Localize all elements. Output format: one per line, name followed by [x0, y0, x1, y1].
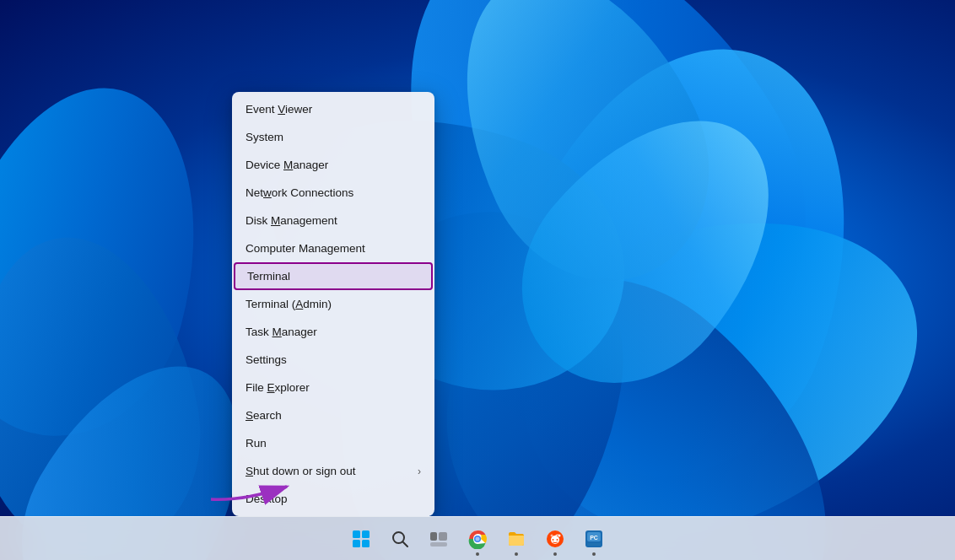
- windows-start-icon: [351, 529, 371, 549]
- app-running-indicator: [553, 552, 557, 556]
- menu-item-settings[interactable]: Settings: [232, 346, 434, 374]
- svg-text:PC: PC: [590, 534, 598, 540]
- desktop: Event Viewer System Device Manager Netwo…: [0, 0, 955, 560]
- app-running-indicator: [515, 552, 518, 556]
- chrome-button[interactable]: [459, 520, 496, 557]
- menu-item-terminal-admin[interactable]: Terminal (Admin): [232, 290, 434, 318]
- menu-item-device-manager[interactable]: Device Manager: [232, 151, 434, 179]
- reddit-icon: [545, 529, 565, 549]
- file-explorer-button[interactable]: [498, 520, 535, 557]
- wallpaper: [0, 0, 955, 560]
- task-view-button[interactable]: [420, 520, 457, 557]
- svg-rect-22: [587, 543, 601, 546]
- menu-item-terminal[interactable]: Terminal: [234, 262, 433, 290]
- menu-item-disk-management[interactable]: Disk Management: [232, 207, 434, 234]
- menu-item-search[interactable]: Search: [232, 401, 434, 429]
- submenu-arrow-icon: ›: [418, 466, 421, 477]
- menu-item-run[interactable]: Run: [232, 429, 434, 457]
- svg-line-6: [403, 541, 408, 547]
- taskbar: PC: [0, 516, 955, 560]
- taskbar-icon-group: PC: [343, 520, 612, 557]
- svg-rect-7: [430, 532, 437, 541]
- svg-rect-2: [362, 530, 370, 538]
- svg-point-16: [553, 539, 554, 541]
- svg-rect-8: [439, 532, 447, 541]
- reddit-button[interactable]: [537, 520, 574, 557]
- menu-item-event-viewer[interactable]: Event Viewer: [232, 95, 434, 123]
- app-running-indicator: [592, 552, 596, 556]
- menu-item-system[interactable]: System: [232, 123, 434, 151]
- search-icon: [390, 529, 410, 549]
- svg-rect-4: [362, 540, 370, 547]
- chrome-icon: [467, 529, 488, 549]
- svg-rect-1: [353, 530, 360, 538]
- start-button[interactable]: [343, 520, 380, 557]
- app-button[interactable]: PC: [575, 520, 612, 557]
- search-button[interactable]: [381, 520, 418, 557]
- menu-item-file-explorer[interactable]: File Explorer: [232, 374, 434, 401]
- annotation-arrow-icon: [202, 466, 304, 508]
- menu-item-computer-management[interactable]: Computer Management: [232, 234, 434, 262]
- svg-point-13: [476, 536, 480, 541]
- app-icon: PC: [584, 529, 604, 549]
- svg-point-17: [557, 539, 558, 541]
- svg-rect-3: [353, 540, 360, 547]
- app-running-indicator: [476, 552, 479, 556]
- arrow-annotation: [202, 466, 304, 508]
- context-menu: Event Viewer System Device Manager Netwo…: [232, 92, 434, 516]
- file-explorer-icon: [506, 529, 526, 549]
- menu-item-network-connections[interactable]: Network Connections: [232, 179, 434, 207]
- svg-point-19: [551, 534, 553, 536]
- menu-item-task-manager[interactable]: Task Manager: [232, 318, 434, 346]
- svg-rect-9: [430, 542, 447, 547]
- task-view-icon: [429, 529, 449, 549]
